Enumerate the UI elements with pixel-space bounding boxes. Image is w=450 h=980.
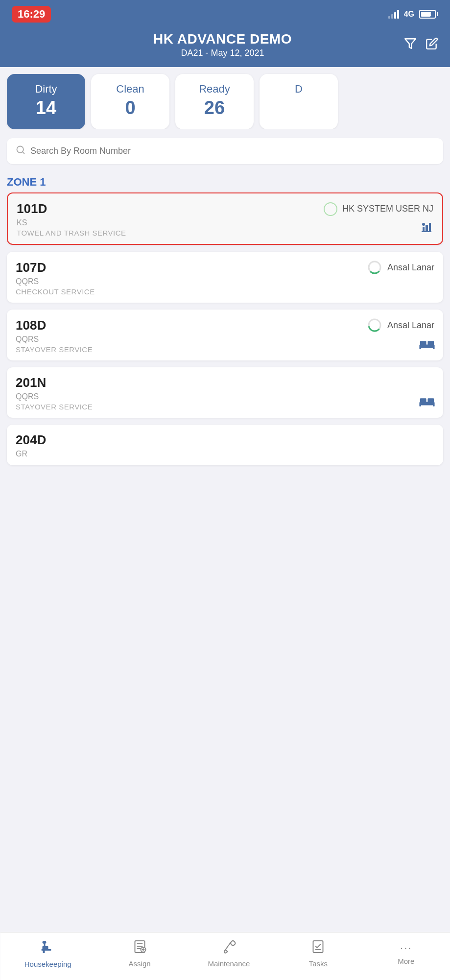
svg-rect-17 <box>420 398 426 403</box>
app-title: HK ADVANCE DEMO <box>41 31 404 47</box>
room-row1-107d: 107D Ansal Lanar <box>16 260 434 275</box>
network-badge: 4G <box>404 10 414 19</box>
room-icon-201n <box>419 395 435 411</box>
svg-rect-5 <box>429 223 431 232</box>
room-icon-101d <box>419 218 434 237</box>
nav-housekeeping[interactable]: Housekeeping <box>24 938 71 968</box>
room-list: ZONE 1 101D HK SYSTEM USER NJ KS TOWEL A… <box>0 169 450 980</box>
zone-1-label: ZONE 1 <box>7 176 443 189</box>
search-bar <box>7 138 443 164</box>
svg-line-33 <box>225 943 230 950</box>
filter-icon[interactable] <box>404 37 417 53</box>
room-card-201n[interactable]: 201N QQRS STAYOVER SERVICE <box>7 367 443 418</box>
nav-maintenance[interactable]: Maintenance <box>208 939 250 968</box>
svg-point-6 <box>422 223 425 226</box>
housekeeping-icon <box>40 938 56 957</box>
status-right: 4G 68 <box>388 10 438 19</box>
room-row1-108d: 108D Ansal Lanar <box>16 317 434 333</box>
room-assignee-wrap-108d: Ansal Lanar <box>367 317 434 333</box>
phone-frame: 16:29 4G 68 HK ADVANCE DEMO DA21 - May 1 <box>0 0 450 980</box>
room-row1-201n: 201N <box>16 375 434 390</box>
filter-tabs: Dirty 14 Clean 0 Ready 26 D <box>0 67 450 129</box>
room-number-204d: 204D <box>16 432 46 448</box>
tab-dirty-count: 14 <box>21 97 71 119</box>
tab-clean[interactable]: Clean 0 <box>91 74 169 129</box>
room-code-108d: QQRS <box>16 335 434 344</box>
status-circle-107d <box>367 260 382 275</box>
room-card-204d[interactable]: 204D GR <box>7 425 443 465</box>
room-card-101d[interactable]: 101D HK SYSTEM USER NJ KS TOWEL AND TRAS… <box>7 192 443 245</box>
room-card-108d[interactable]: 108D Ansal Lanar QQRS STAYOVER SERVICE <box>7 310 443 360</box>
room-number-107d: 107D <box>16 260 46 275</box>
battery-level: 68 <box>424 10 431 18</box>
room-service-108d: STAYOVER SERVICE <box>16 345 434 354</box>
svg-rect-19 <box>419 405 421 406</box>
room-card-107d[interactable]: 107D Ansal Lanar QQRS CHECKOUT SERVICE <box>7 252 443 303</box>
tab-clean-count: 0 <box>105 97 156 119</box>
room-code-101d: KS <box>17 218 433 227</box>
status-time: 16:29 <box>12 6 51 23</box>
svg-rect-3 <box>423 227 425 232</box>
svg-rect-13 <box>427 341 434 345</box>
header-icons <box>404 37 438 53</box>
room-assignee-wrap-107d: Ansal Lanar <box>367 260 434 275</box>
bottom-nav: Housekeeping Assign <box>0 932 450 980</box>
tab-ready-label: Ready <box>189 83 240 96</box>
svg-rect-4 <box>426 225 428 232</box>
nav-tasks-label: Tasks <box>309 959 328 968</box>
nav-more-label: More <box>398 957 414 965</box>
tab-dirty[interactable]: Dirty 14 <box>7 74 85 129</box>
tasks-icon <box>311 939 326 957</box>
svg-marker-0 <box>405 39 416 48</box>
svg-line-2 <box>23 152 24 154</box>
room-number-108d: 108D <box>16 318 46 333</box>
room-number-101d: 101D <box>17 201 47 216</box>
svg-rect-24 <box>42 949 51 951</box>
room-assignee-108d: Ansal Lanar <box>387 320 434 331</box>
nav-more[interactable]: ··· More <box>386 942 426 965</box>
search-bar-wrap <box>0 129 450 169</box>
tab-clean-label: Clean <box>105 83 156 96</box>
search-input[interactable] <box>30 146 434 156</box>
tab-ready[interactable]: Ready 26 <box>175 74 254 129</box>
nav-assign-label: Assign <box>129 959 151 968</box>
room-code-204d: GR <box>16 450 434 458</box>
maintenance-icon <box>221 939 236 957</box>
status-circle-108d <box>367 317 382 333</box>
status-circle-101d <box>324 202 337 216</box>
tab-d4-label: D <box>273 83 324 96</box>
room-icon-108d <box>419 337 435 354</box>
battery-icon: 68 <box>419 10 438 19</box>
svg-rect-18 <box>427 398 434 403</box>
svg-point-25 <box>43 941 47 944</box>
room-service-201n: STAYOVER SERVICE <box>16 403 434 411</box>
tab-dirty-label: Dirty <box>21 83 71 96</box>
assign-icon <box>132 939 147 957</box>
room-row1-101d: 101D HK SYSTEM USER NJ <box>17 201 433 216</box>
svg-rect-15 <box>433 347 435 349</box>
svg-rect-12 <box>420 341 426 345</box>
nav-maintenance-label: Maintenance <box>208 959 250 968</box>
signal-icon <box>388 10 399 19</box>
room-code-201n: QQRS <box>16 392 434 401</box>
more-icon: ··· <box>400 942 412 955</box>
app-subtitle: DA21 - May 12, 2021 <box>41 48 404 58</box>
search-icon <box>16 145 25 157</box>
status-bar: 16:29 4G 68 <box>0 0 450 27</box>
header-title-block: HK ADVANCE DEMO DA21 - May 12, 2021 <box>41 31 404 58</box>
room-code-107d: QQRS <box>16 277 434 286</box>
nav-assign[interactable]: Assign <box>120 939 159 968</box>
room-number-201n: 201N <box>16 375 46 390</box>
svg-rect-20 <box>433 405 435 406</box>
nav-tasks[interactable]: Tasks <box>299 939 338 968</box>
nav-housekeeping-label: Housekeeping <box>24 960 71 968</box>
app-header: HK ADVANCE DEMO DA21 - May 12, 2021 <box>0 27 450 67</box>
tab-ready-count: 26 <box>189 97 240 119</box>
room-service-101d: TOWEL AND TRASH SERVICE <box>17 229 433 237</box>
svg-rect-14 <box>419 347 421 349</box>
edit-icon[interactable] <box>426 37 438 53</box>
tab-d4[interactable]: D <box>260 74 338 129</box>
room-assignee-101d: HK SYSTEM USER NJ <box>342 204 433 214</box>
room-row1-204d: 204D <box>16 432 434 448</box>
room-assignee-wrap-101d: HK SYSTEM USER NJ <box>324 202 433 216</box>
